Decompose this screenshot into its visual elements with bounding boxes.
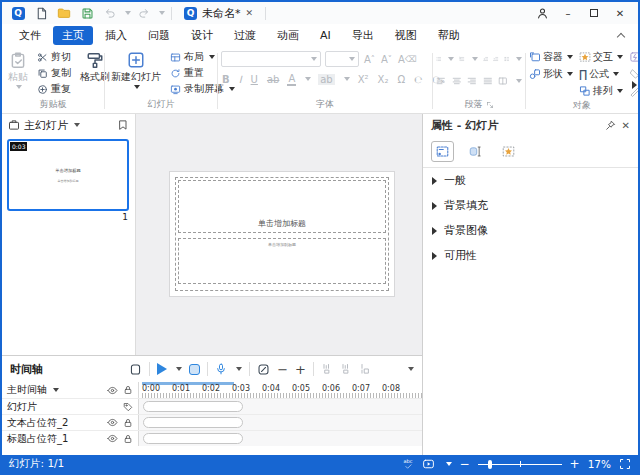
tab-close-icon[interactable]: ✕	[246, 8, 254, 18]
minimize-button[interactable]: –	[556, 4, 580, 22]
zoom-slider-handle[interactable]	[488, 460, 492, 469]
timeline-track-title[interactable]	[139, 431, 422, 446]
save-icon[interactable]	[77, 4, 97, 22]
play-dropdown-icon[interactable]	[176, 367, 182, 371]
slides-panel-dropdown-icon[interactable]	[74, 123, 80, 127]
new-file-icon[interactable]	[31, 4, 51, 22]
tab-shape-properties[interactable]	[464, 141, 487, 162]
slides-panel-title[interactable]: 主幻灯片	[24, 118, 68, 133]
paste-animation-icon[interactable]	[321, 363, 333, 375]
subtitle-placeholder[interactable]: 单击增加副标题	[178, 238, 386, 284]
undo-icon[interactable]	[100, 4, 120, 22]
timeline-row-title-placeholder[interactable]: 标题占位符_1	[2, 431, 139, 446]
shrink-font-icon[interactable]: A˅	[380, 54, 393, 65]
timeline-ruler[interactable]: 0:00 0:01 0:02 0:03 0:04 0:05 0:06 0:07 …	[139, 382, 422, 398]
preview-dropdown-icon[interactable]	[446, 462, 452, 466]
preview-frame-icon[interactable]	[129, 363, 142, 376]
timeline-row-main[interactable]: 主时间轴	[2, 382, 139, 398]
timeline-track-slide[interactable]	[139, 399, 422, 414]
arrange-button[interactable]: 排列	[579, 84, 623, 98]
line-spacing-icon[interactable]	[504, 53, 509, 65]
maximize-button[interactable]	[582, 4, 606, 22]
font-color-button[interactable]: A	[287, 73, 296, 86]
title-placeholder[interactable]: 单击增加标题	[178, 180, 386, 233]
paste-button[interactable]: 粘贴	[5, 49, 31, 91]
timeline-zoom-in-icon[interactable]: +	[295, 362, 306, 377]
menu-design[interactable]: 设计	[182, 26, 222, 45]
font-size-combobox[interactable]	[325, 51, 359, 67]
underline-button[interactable]: U	[250, 74, 259, 85]
align-right-icon[interactable]	[467, 75, 477, 87]
ribbon-collapse-icon[interactable]	[617, 33, 625, 41]
undo-dropdown-icon[interactable]	[125, 11, 131, 15]
fill-button[interactable]: 填	[629, 67, 640, 81]
visibility-eye-icon[interactable]	[107, 417, 118, 428]
font-color-dropdown-icon[interactable]	[305, 77, 311, 81]
align-left-icon[interactable]	[436, 75, 446, 87]
menu-export[interactable]: 导出	[343, 26, 383, 45]
increase-indent-icon[interactable]	[493, 53, 498, 65]
timeline-row-slide[interactable]: 幻灯片	[2, 399, 139, 414]
main-timeline-dropdown-icon[interactable]	[53, 388, 59, 392]
section-accessibility[interactable]: 可用性	[423, 243, 638, 268]
strikethrough-button[interactable]: ab	[266, 74, 280, 85]
tag-icon[interactable]	[123, 402, 133, 412]
cut-button[interactable]: 剪切	[35, 49, 73, 65]
fit-to-window-icon[interactable]	[619, 458, 631, 470]
menu-help[interactable]: 帮助	[429, 26, 469, 45]
microphone-dropdown-icon[interactable]	[236, 367, 242, 371]
bold-button[interactable]: B	[221, 74, 231, 85]
align-center-icon[interactable]	[452, 75, 462, 87]
timeline-row-text-placeholder[interactable]: 文本占位符_2	[2, 415, 139, 430]
bookmark-icon[interactable]	[117, 119, 129, 131]
font-name-combobox[interactable]	[221, 51, 321, 67]
menu-question[interactable]: 问题	[139, 26, 179, 45]
account-icon[interactable]	[530, 4, 554, 22]
numbered-list-icon[interactable]	[459, 53, 464, 65]
shape-button[interactable]: 形状	[529, 67, 573, 81]
quick-style-button[interactable]: 快	[629, 50, 640, 64]
zoom-reset-icon[interactable]	[257, 363, 270, 376]
zoom-level[interactable]: 17%	[588, 458, 611, 470]
close-button[interactable]: ✕	[608, 4, 632, 22]
ribbon-overflow-icon[interactable]	[632, 81, 637, 89]
preview-play-icon[interactable]	[421, 458, 436, 470]
section-background-fill[interactable]: 背景填充	[423, 193, 638, 218]
timeline-zoom-out-icon[interactable]: −	[277, 362, 288, 377]
tab-interaction-properties[interactable]	[497, 141, 520, 162]
duration-bar[interactable]	[143, 401, 243, 412]
copy-animation-icon[interactable]	[340, 363, 352, 375]
section-background-image[interactable]: 背景图像	[423, 218, 638, 243]
document-tab[interactable]: Q 未命名* ✕	[178, 3, 259, 23]
superscript-button[interactable]: X²	[357, 74, 370, 85]
pin-icon[interactable]	[605, 120, 616, 131]
char-spacing-icon[interactable]: ℮	[413, 74, 424, 85]
grow-font-icon[interactable]: A˄	[363, 54, 376, 65]
italic-button[interactable]: I	[238, 74, 243, 85]
clear-format-icon[interactable]: A⌫	[397, 54, 418, 65]
slide-canvas[interactable]: 单击增加标题 单击增加副标题	[136, 114, 422, 355]
decrease-indent-icon[interactable]	[483, 53, 488, 65]
play-icon[interactable]	[157, 363, 167, 375]
properties-close-icon[interactable]: ✕	[622, 120, 630, 131]
highlight-dropdown-icon[interactable]	[344, 77, 350, 81]
symbol-button[interactable]: Ω	[396, 74, 406, 85]
duplicate-button[interactable]: 重复	[35, 81, 73, 97]
zoom-out-icon[interactable]: −	[460, 457, 470, 471]
interaction-button[interactable]: 交互	[579, 50, 623, 64]
duration-bar[interactable]	[143, 433, 243, 444]
formula-button[interactable]: ∏ 公式	[579, 67, 623, 81]
spellcheck-icon[interactable]: abc	[404, 459, 413, 470]
columns-icon[interactable]	[498, 75, 508, 87]
menu-transition[interactable]: 过渡	[225, 26, 265, 45]
new-slide-button[interactable]: 新建幻灯片	[108, 49, 164, 91]
tab-slide-properties[interactable]	[431, 141, 454, 162]
menu-file[interactable]: 文件	[10, 26, 50, 45]
stop-icon[interactable]	[189, 364, 200, 375]
slide-thumbnail[interactable]: 0:03 单击增加标题 单击增加副标题	[7, 139, 129, 211]
visibility-eye-icon[interactable]	[107, 385, 118, 396]
animation-options-icon[interactable]	[359, 363, 371, 375]
zoom-in-icon[interactable]: +	[570, 457, 580, 471]
container-button[interactable]: 容器	[529, 50, 573, 64]
timeline-track-text[interactable]	[139, 415, 422, 430]
